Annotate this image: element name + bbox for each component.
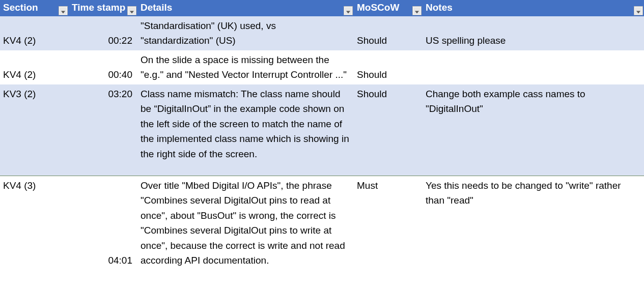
cell-notes[interactable] [423, 50, 644, 84]
table-row: KV4 (2) 00:40 On the slide a space is mi… [0, 50, 644, 84]
filter-button-timestamp[interactable] [127, 6, 136, 15]
cell-timestamp[interactable]: 03:20 [69, 84, 137, 176]
col-header-label: Time stamp [72, 2, 125, 13]
filter-button-details[interactable] [344, 6, 353, 15]
col-header-label: MoSCoW [357, 2, 399, 13]
cell-details[interactable]: Class name mismatch: The class name shou… [137, 84, 354, 176]
cell-notes[interactable]: Yes this needs to be changed to "write" … [423, 176, 644, 270]
filter-button-moscow[interactable] [412, 6, 422, 15]
chevron-down-icon [636, 5, 640, 16]
filter-button-section[interactable] [59, 6, 68, 15]
cell-section[interactable]: KV3 (2) [0, 84, 69, 176]
chevron-down-icon [61, 5, 65, 16]
cell-details[interactable]: Over title "Mbed Digital I/O APIs", the … [137, 176, 354, 270]
cell-section[interactable]: KV4 (2) [0, 16, 69, 50]
cell-moscow[interactable]: Should [354, 50, 423, 84]
header-row: Section Time stamp Details [0, 0, 644, 16]
cell-section[interactable]: KV4 (2) [0, 50, 69, 84]
cell-moscow[interactable]: Must [354, 176, 423, 270]
cell-timestamp[interactable]: 00:22 [69, 16, 137, 50]
cell-timestamp[interactable]: 00:40 [69, 50, 137, 84]
cell-timestamp[interactable]: 04:01 [69, 176, 137, 270]
col-header-label: Notes [426, 2, 453, 13]
filter-button-notes[interactable] [634, 6, 643, 15]
cell-notes[interactable]: US spelling please [423, 16, 644, 50]
col-header-label: Section [3, 2, 38, 13]
table-row: KV4 (2) 00:22 "Standardisation" (UK) use… [0, 16, 644, 50]
chevron-down-icon [415, 5, 419, 16]
col-header-label: Details [141, 2, 172, 13]
review-table: Section Time stamp Details [0, 0, 644, 270]
chevron-down-icon [346, 5, 350, 16]
col-header-notes[interactable]: Notes [423, 0, 644, 16]
table-row: KV4 (3) 04:01 Over title "Mbed Digital I… [0, 176, 644, 270]
col-header-section[interactable]: Section [0, 0, 69, 16]
cell-details[interactable]: On the slide a space is missing between … [137, 50, 354, 84]
col-header-timestamp[interactable]: Time stamp [69, 0, 137, 16]
chevron-down-icon [130, 5, 134, 16]
col-header-moscow[interactable]: MoSCoW [354, 0, 423, 16]
cell-moscow[interactable]: Should [354, 16, 423, 50]
cell-section[interactable]: KV4 (3) [0, 176, 69, 270]
cell-moscow[interactable]: Should [354, 84, 423, 176]
table-row: KV3 (2) 03:20 Class name mismatch: The c… [0, 84, 644, 176]
cell-details[interactable]: "Standardisation" (UK) used, vs "standar… [137, 16, 354, 50]
cell-notes[interactable]: Change both example cass names to "Digit… [423, 84, 644, 176]
col-header-details[interactable]: Details [137, 0, 354, 16]
